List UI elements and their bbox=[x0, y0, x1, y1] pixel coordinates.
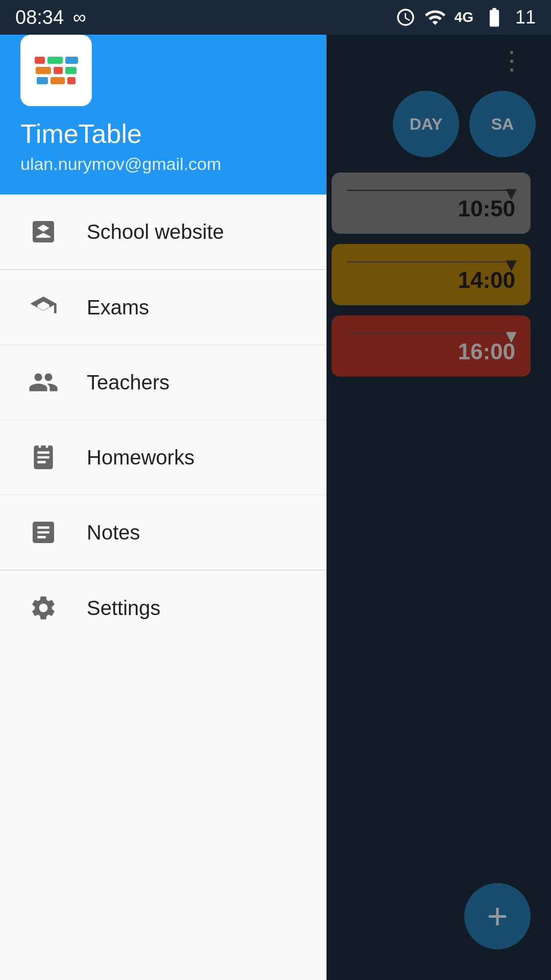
menu-item-school-website[interactable]: School website bbox=[0, 194, 327, 270]
school-website-label: School website bbox=[87, 220, 224, 243]
status-bar: 08:34 ∞ 4G 11 bbox=[0, 0, 551, 35]
menu-item-exams[interactable]: Exams bbox=[0, 270, 327, 345]
menu-item-notes[interactable]: Notes bbox=[0, 495, 327, 570]
notes-label: Notes bbox=[87, 521, 140, 544]
network-type: 4G bbox=[455, 9, 473, 26]
homeworks-icon bbox=[26, 439, 61, 475]
status-infinity-icon: ∞ bbox=[73, 7, 86, 28]
navigation-drawer: TimeTable ulan.nurymov@gmail.com School … bbox=[0, 0, 327, 980]
alarm-icon bbox=[395, 7, 416, 28]
settings-icon bbox=[26, 590, 61, 626]
app-icon-bars bbox=[33, 57, 79, 84]
status-right: 4G 11 bbox=[395, 6, 536, 29]
app-icon bbox=[20, 35, 92, 106]
notes-icon bbox=[26, 514, 61, 550]
status-left: 08:34 ∞ bbox=[15, 7, 86, 29]
battery-icon bbox=[482, 6, 507, 29]
drawer-email: ulan.nurymov@gmail.com bbox=[20, 154, 306, 174]
menu-item-teachers[interactable]: Teachers bbox=[0, 345, 327, 420]
signal-icon bbox=[424, 6, 446, 29]
homeworks-label: Homeworks bbox=[87, 446, 194, 469]
drawer-menu: School website Exams Teachers bbox=[0, 194, 327, 980]
exams-icon bbox=[26, 289, 61, 325]
menu-item-settings[interactable]: Settings bbox=[0, 571, 327, 645]
status-time: 08:34 bbox=[15, 7, 64, 29]
drawer-app-name: TimeTable bbox=[20, 118, 306, 149]
teachers-icon bbox=[26, 364, 61, 400]
teachers-label: Teachers bbox=[87, 371, 169, 394]
battery-level: 11 bbox=[515, 7, 536, 28]
menu-item-homeworks[interactable]: Homeworks bbox=[0, 420, 327, 495]
exams-label: Exams bbox=[87, 296, 149, 319]
school-website-icon bbox=[26, 214, 61, 250]
settings-label: Settings bbox=[87, 597, 161, 620]
